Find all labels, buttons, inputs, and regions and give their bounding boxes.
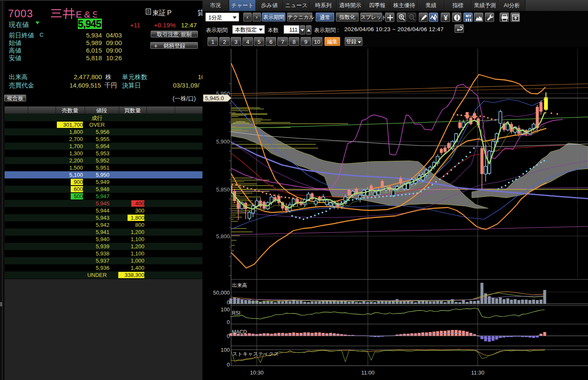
- svg-text:5,945.0: 5,945.0: [205, 95, 224, 101]
- svg-text:MY: MY: [466, 14, 471, 18]
- svg-text:出来高: 出来高: [232, 282, 247, 288]
- svg-text:10:30: 10:30: [250, 369, 264, 376]
- svg-text:RSI: RSI: [232, 310, 240, 316]
- svg-text:50,000: 50,000: [213, 290, 230, 296]
- svg-text:0: 0: [227, 361, 230, 368]
- svg-text:0: 0: [227, 299, 230, 306]
- svg-text:11:30: 11:30: [471, 369, 484, 376]
- svg-text:5,850: 5,850: [216, 186, 230, 193]
- svg-text:0: 0: [227, 319, 230, 325]
- svg-text:5,800: 5,800: [216, 233, 230, 239]
- svg-text:¥: ¥: [444, 14, 448, 21]
- svg-text:ストキャスティクス: ストキャスティクス: [232, 351, 279, 357]
- svg-text:0: 0: [227, 333, 230, 339]
- svg-text:11:00: 11:00: [361, 369, 375, 376]
- svg-text:MACD: MACD: [232, 329, 247, 335]
- svg-text:100: 100: [221, 306, 230, 313]
- svg-text:100: 100: [221, 347, 230, 353]
- svg-text:5,900: 5,900: [216, 138, 230, 145]
